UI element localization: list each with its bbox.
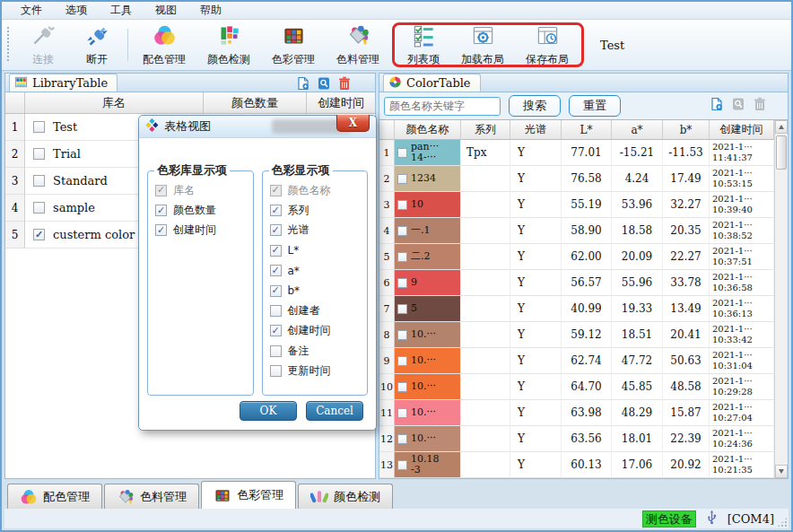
display-option-row[interactable]: 颜色名称	[267, 180, 363, 200]
option-checkbox[interactable]	[270, 305, 282, 317]
color-swatch-cell[interactable]: 5	[395, 296, 461, 322]
reset-button[interactable]: 重置	[569, 95, 621, 117]
display-option-row[interactable]: 创建者	[267, 301, 363, 320]
library-table-tab[interactable]: LibraryTable	[9, 74, 118, 92]
row-checkbox[interactable]	[397, 356, 407, 366]
option-checkbox[interactable]	[270, 245, 282, 257]
color-table-scrollbar[interactable]	[774, 120, 788, 478]
bottom-tab-colorant-manage[interactable]: 色料管理	[104, 484, 199, 509]
menu-item[interactable]: 文件	[9, 2, 54, 19]
display-option-row[interactable]: 备注	[267, 341, 363, 361]
column-header[interactable]: a*	[612, 120, 663, 140]
display-option-row[interactable]: 创建时间	[152, 221, 248, 240]
option-checkbox[interactable]	[155, 185, 167, 196]
menu-item[interactable]: 工具	[99, 2, 144, 19]
column-header[interactable]: 颜色名称	[395, 120, 461, 140]
option-checkbox[interactable]	[155, 205, 167, 216]
add-color-icon[interactable]	[710, 97, 724, 115]
color-swatch-cell[interactable]: 10	[395, 192, 461, 218]
display-option-row[interactable]: 光谱	[267, 221, 363, 240]
row-checkbox[interactable]	[397, 148, 407, 158]
toolbar-button-list-items[interactable]: 列表项	[396, 25, 450, 65]
color-swatch-cell[interactable]: 1234	[395, 166, 461, 192]
option-checkbox[interactable]	[270, 265, 282, 276]
row-checkbox[interactable]	[397, 278, 407, 288]
row-checkbox[interactable]	[397, 330, 407, 340]
display-option-row[interactable]: 更新时间	[267, 362, 363, 381]
menu-item[interactable]: 选项	[54, 2, 99, 19]
toolbar-button-connect[interactable]: 连接	[16, 22, 70, 68]
display-option-row[interactable]: 库名	[152, 180, 248, 200]
row-checkbox[interactable]	[397, 408, 407, 418]
row-checkbox[interactable]	[397, 382, 407, 392]
row-checkbox[interactable]	[397, 174, 407, 184]
search-button[interactable]: 搜索	[509, 95, 561, 117]
toolbar-button-color-detect[interactable]: 颜色检测	[196, 22, 261, 68]
toolbar-button-color-manage[interactable]: 色彩管理	[261, 22, 326, 68]
ok-button[interactable]: OK	[240, 401, 297, 421]
toolbar-button-load-layout[interactable]: 加载布局	[450, 25, 515, 65]
option-checkbox[interactable]	[270, 224, 282, 236]
option-checkbox[interactable]	[270, 345, 282, 357]
toolbar-button-colorant-manage[interactable]: 色料管理	[326, 22, 390, 68]
delete-color-icon[interactable]	[753, 97, 767, 115]
column-header[interactable]: 创建时间	[710, 120, 774, 140]
color-swatch-cell[interactable]: 10.···	[395, 426, 461, 452]
row-checkbox[interactable]	[397, 460, 407, 470]
scroll-up-button[interactable]	[775, 120, 788, 134]
toolbar-button-disconnect[interactable]: 断开	[70, 22, 124, 68]
row-checkbox[interactable]	[397, 252, 407, 262]
bottom-tab-color-match[interactable]: 配色管理	[7, 484, 102, 509]
display-option-row[interactable]: a*	[267, 261, 363, 281]
scroll-down-button[interactable]	[775, 465, 788, 478]
option-checkbox[interactable]	[270, 365, 282, 377]
display-option-row[interactable]: 系列	[267, 200, 363, 220]
row-checkbox[interactable]	[33, 121, 45, 133]
color-swatch-cell[interactable]: 10.···	[395, 322, 461, 348]
menu-item[interactable]: 视图	[144, 2, 188, 19]
row-checkbox[interactable]	[397, 226, 407, 236]
row-checkbox[interactable]	[33, 175, 45, 187]
add-library-icon[interactable]	[296, 76, 310, 94]
color-swatch-cell[interactable]: 10.18-3	[395, 452, 461, 478]
menu-item[interactable]: 帮助	[188, 2, 233, 19]
row-checkbox[interactable]	[397, 200, 407, 210]
row-checkbox[interactable]	[397, 434, 407, 444]
color-swatch-cell[interactable]: pan···14-···	[395, 140, 461, 166]
toolbar-button-save-layout[interactable]: 保存布局	[515, 25, 580, 65]
color-table-tab[interactable]: ColorTable	[383, 74, 481, 92]
resize-grip[interactable]	[777, 517, 788, 528]
color-search-input[interactable]	[384, 97, 501, 116]
row-checkbox[interactable]	[33, 229, 45, 240]
color-swatch-cell[interactable]: 一.1	[395, 218, 461, 244]
row-checkbox[interactable]	[397, 304, 407, 314]
column-header[interactable]: 颜色数量	[204, 92, 307, 113]
column-header[interactable]: 创建时间	[307, 92, 375, 113]
color-swatch-cell[interactable]: 10.···	[395, 348, 461, 374]
option-checkbox[interactable]	[270, 325, 282, 336]
row-checkbox[interactable]	[33, 202, 45, 214]
row-checkbox[interactable]	[33, 148, 45, 160]
color-swatch-cell[interactable]: 9	[395, 270, 461, 296]
column-header[interactable]: L*	[562, 120, 612, 140]
toolbar-button-color-match[interactable]: 配色管理	[132, 22, 196, 68]
bottom-tab-color-manage[interactable]: 色彩管理	[201, 481, 296, 509]
search-library-icon[interactable]	[317, 76, 331, 94]
color-swatch-cell[interactable]: 10.···	[395, 374, 461, 400]
color-swatch-cell[interactable]: 10.···	[395, 400, 461, 426]
bottom-tab-color-fan[interactable]: 颜色检测	[298, 484, 393, 509]
column-header[interactable]: 系列	[461, 120, 510, 140]
search-color-icon[interactable]	[731, 97, 745, 115]
option-checkbox[interactable]	[155, 224, 167, 236]
cancel-button[interactable]: Cancel	[306, 401, 363, 421]
dialog-close-button[interactable]: X	[336, 115, 370, 132]
delete-library-icon[interactable]	[337, 76, 352, 94]
toolbar-drag-handle[interactable]	[7, 27, 11, 63]
display-option-row[interactable]: 颜色数量	[152, 200, 248, 220]
display-option-row[interactable]: 创建时间	[267, 321, 363, 341]
column-header[interactable]: 光谱	[510, 120, 562, 140]
option-checkbox[interactable]	[270, 285, 282, 297]
display-option-row[interactable]: L*	[267, 240, 363, 260]
option-checkbox[interactable]	[270, 185, 282, 196]
color-swatch-cell[interactable]: 二.2	[395, 244, 461, 270]
